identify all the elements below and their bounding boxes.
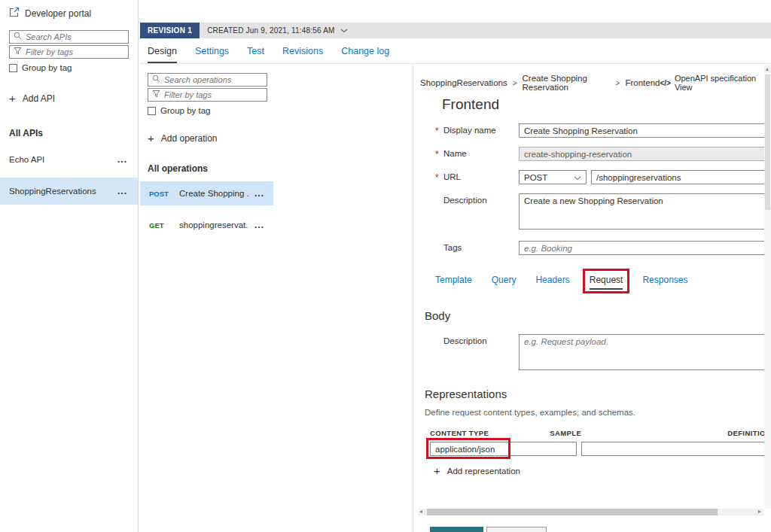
url-row: * URL POST	[435, 170, 771, 184]
chevron-down-icon	[340, 26, 348, 35]
scrollbar-track[interactable]	[425, 509, 756, 515]
scroll-right-arrow[interactable]	[756, 509, 763, 515]
operation-item-post-create-shopping[interactable]: POST Create Shopping ... ...	[140, 181, 273, 205]
filter-operations-box	[148, 88, 267, 102]
api-item-shoppingreservations[interactable]: ShoppingReservations ...	[0, 178, 138, 205]
body-section-title: Body	[425, 309, 771, 322]
operation-label: Create Shopping ...	[179, 189, 248, 198]
add-api-button[interactable]: + Add API	[9, 93, 129, 104]
save-button-partial[interactable]	[430, 527, 483, 532]
required-asterisk: *	[435, 170, 443, 183]
breadcrumb-current: Frontend	[625, 78, 660, 87]
group-by-tag-checkbox[interactable]	[148, 107, 156, 115]
plus-icon: +	[9, 94, 16, 103]
sample-combobox[interactable]	[581, 442, 771, 456]
apim-window: Developer portal Group by tag + Add API …	[0, 0, 771, 532]
group-by-tag-row: Group by tag	[9, 63, 129, 72]
cancel-button-partial[interactable]	[486, 527, 547, 532]
representations-title: Representations	[425, 388, 771, 400]
breadcrumb-separator: >	[513, 79, 517, 87]
tab-settings[interactable]: Settings	[195, 46, 229, 63]
subtab-headers[interactable]: Headers	[535, 275, 569, 290]
plus-icon: +	[148, 134, 154, 143]
tab-test[interactable]: Test	[247, 46, 264, 63]
http-method-select[interactable]: POST	[519, 170, 587, 184]
filter-operations-input[interactable]	[164, 90, 263, 99]
search-icon	[14, 32, 22, 42]
add-operation-button[interactable]: + Add operation	[148, 133, 264, 144]
breadcrumb: ShoppingReservations > Create Shopping R…	[420, 74, 660, 92]
tab-change-log[interactable]: Change log	[341, 46, 389, 63]
body-description-row: Description	[435, 334, 771, 372]
main-tabs: Design Settings Test Revisions Change lo…	[140, 38, 771, 64]
group-by-tag-row: Group by tag	[148, 106, 264, 115]
all-apis-heading: All APIs	[9, 128, 129, 138]
developer-portal-label: Developer portal	[25, 8, 91, 19]
plus-icon: +	[434, 467, 440, 476]
all-operations-heading: All operations	[148, 163, 266, 174]
display-name-label: Display name	[443, 123, 519, 135]
column-content-type: CONTENT TYPE	[430, 429, 550, 437]
scrollbar-thumb[interactable]	[427, 509, 718, 515]
subtab-query[interactable]: Query	[492, 275, 517, 290]
external-link-icon	[9, 7, 20, 20]
scroll-up-arrow[interactable]	[764, 65, 771, 73]
method-badge-get: GET	[149, 221, 173, 230]
api-item-label: Echo API	[9, 155, 44, 164]
tab-design[interactable]: Design	[148, 46, 177, 63]
breadcrumb-operation[interactable]: Create Shopping Reservation	[523, 74, 611, 92]
context-menu-icon[interactable]: ...	[117, 154, 127, 165]
add-representation-button[interactable]: + Add representation	[434, 467, 771, 476]
content-type-input[interactable]	[430, 442, 577, 456]
representations-header: CONTENT TYPE SAMPLE DEFINITION	[430, 429, 771, 437]
search-operations-input[interactable]	[164, 75, 263, 84]
context-menu-icon[interactable]: ...	[254, 188, 264, 199]
scroll-left-arrow[interactable]	[418, 509, 425, 515]
api-item-echo[interactable]: Echo API ...	[0, 146, 138, 173]
vertical-scrollbar[interactable]	[764, 65, 771, 509]
add-api-label: Add API	[23, 93, 55, 104]
required-asterisk: *	[435, 147, 443, 160]
search-icon	[152, 74, 160, 85]
representation-row: Select definition + New definition reser…	[430, 442, 771, 456]
frontend-subtabs: Template Query Headers Request Responses	[435, 269, 771, 290]
developer-portal-link[interactable]: Developer portal	[0, 0, 138, 20]
openapi-spec-view-link[interactable]: </> OpenAPI specification View	[660, 74, 765, 92]
horizontal-scrollbar[interactable]	[418, 509, 763, 515]
subtab-request[interactable]: Request	[590, 275, 623, 290]
breadcrumb-separator: >	[616, 79, 620, 87]
vertical-scrollbar-thumb[interactable]	[765, 74, 770, 210]
subtab-template[interactable]: Template	[435, 275, 472, 290]
body-description-textarea[interactable]	[519, 334, 771, 370]
tab-revisions[interactable]: Revisions	[282, 46, 323, 63]
group-by-tag-label: Group by tag	[160, 106, 210, 115]
representations-subtitle: Define request content types, examples, …	[425, 408, 771, 417]
revision-badge: REVISION 1	[140, 23, 200, 38]
context-menu-icon[interactable]: ...	[254, 220, 264, 230]
breadcrumb-row: ShoppingReservations > Create Shopping R…	[413, 64, 771, 92]
display-name-input[interactable]	[519, 123, 771, 138]
representations-table: CONTENT TYPE SAMPLE DEFINITION	[430, 429, 771, 456]
frontend-title: Frontend	[442, 96, 771, 113]
url-input[interactable]	[591, 170, 771, 184]
url-label: URL	[443, 170, 519, 181]
group-by-tag-checkbox[interactable]	[9, 64, 17, 72]
subtab-responses[interactable]: Responses	[642, 275, 687, 290]
filter-apis-input[interactable]	[26, 47, 124, 56]
description-textarea[interactable]: Create a new Shopping Reservation	[519, 193, 771, 230]
breadcrumb-api[interactable]: ShoppingReservations	[420, 78, 507, 87]
search-apis-input[interactable]	[26, 32, 124, 41]
operations-sidebar: Group by tag + Add operation All operati…	[140, 64, 273, 532]
tags-row: Tags	[435, 241, 771, 255]
subtab-request-label: Request	[590, 275, 623, 285]
revision-created-strip[interactable]: CREATED Jun 9, 2021, 11:48:56 AM	[200, 23, 771, 38]
spacer	[435, 241, 443, 243]
tags-input[interactable]	[519, 241, 771, 255]
description-row: Description Create a new Shopping Reserv…	[435, 193, 771, 232]
revision-bar: REVISION 1 CREATED Jun 9, 2021, 11:48:56…	[140, 23, 771, 38]
http-method-value: POST	[524, 173, 547, 182]
filter-icon	[152, 90, 160, 100]
add-representation-label: Add representation	[447, 467, 520, 476]
operation-item-get-shoppingreservations[interactable]: GET shoppingreservat... ...	[140, 213, 273, 237]
context-menu-icon[interactable]: ...	[117, 186, 127, 196]
